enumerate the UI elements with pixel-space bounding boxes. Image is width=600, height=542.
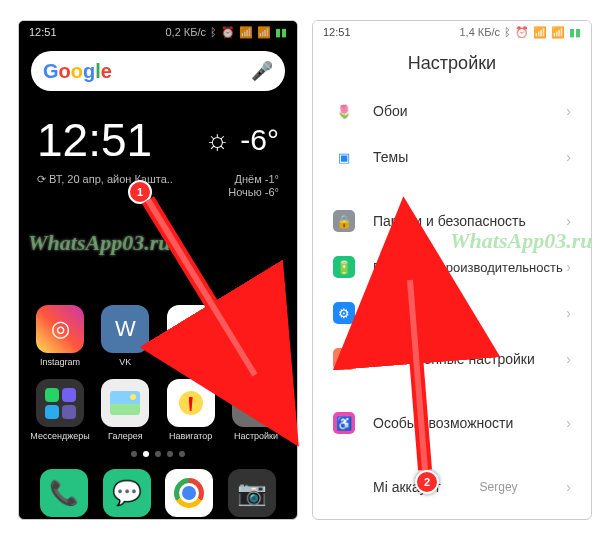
bluetooth-icon: ᛒ (504, 26, 511, 38)
sb-icons: 0,2 КБ/с ᛒ ⏰ 📶 📶 ▮▮ (165, 26, 287, 39)
sb-time: 12:51 (29, 26, 57, 38)
wifi-icon: 📶 (257, 26, 271, 39)
apps-icon: ⚙ (333, 302, 355, 324)
bluetooth-icon: ᛒ (210, 26, 217, 38)
chevron-right-icon: › (566, 415, 571, 431)
chevron-right-icon: › (566, 149, 571, 165)
sb-net: 1,4 КБ/с (459, 26, 500, 38)
wallpaper-icon: 🌷 (333, 100, 355, 122)
mic-icon[interactable]: 🎤 (251, 60, 273, 82)
signal-icon: 📶 (239, 26, 253, 39)
sb-time: 12:51 (323, 26, 351, 38)
settings-item-apps[interactable]: ⚙ Приложения › (313, 290, 591, 336)
settings-icon: ⚙ (232, 379, 280, 427)
accessibility-icon: ♿ (333, 412, 355, 434)
mi-icon: mi (333, 476, 355, 498)
sb-net: 0,2 КБ/с (165, 26, 206, 38)
settings-list: Настройки 🌷 Обои › ▣ Темы › 🔒 Пароли и б… (313, 43, 591, 519)
chevron-right-icon: › (566, 305, 571, 321)
statusbar-left: 12:51 0,2 КБ/с ᛒ ⏰ 📶 📶 ▮▮ (19, 21, 297, 43)
home-screen: Google 🎤 12:51 ☼ -6° ⟳ ВТ, 20 апр, айон … (19, 51, 297, 520)
settings-title: Настройки (313, 43, 591, 88)
instagram-icon: ◎ (36, 305, 84, 353)
gallery-icon (101, 379, 149, 427)
statusbar-right: 12:51 1,4 КБ/с ᛒ ⏰ 📶 📶 ▮▮ (313, 21, 591, 43)
battery-icon: 🔋 (333, 256, 355, 278)
day-night-temps: Днём -1° Ночью -6° (228, 173, 279, 199)
settings-item-advanced[interactable]: ⋯ Расширенные настройки › (313, 336, 591, 382)
advanced-icon: ⋯ (333, 348, 355, 370)
widget-temp-block: ☼ -6° (205, 123, 279, 157)
settings-item-google[interactable]: G Google › (313, 510, 591, 519)
app-navigator[interactable]: Навигатор (162, 379, 220, 441)
dock-phone[interactable]: 📞 (40, 469, 88, 517)
chevron-right-icon: › (566, 479, 571, 495)
app-youtube[interactable]: ▶ YouTube (162, 305, 220, 367)
widget-time: 12:51 (37, 113, 152, 167)
app-instagram[interactable]: ◎ Instagram (31, 305, 89, 367)
settings-item-accessibility[interactable]: ♿ Особые возможности › (313, 400, 591, 446)
settings-item-battery[interactable]: 🔋 Питание и производительность › (313, 244, 591, 290)
wifi-icon: 📶 (551, 26, 565, 39)
themes-icon: ▣ (333, 146, 355, 168)
refresh-icon: ⟳ (37, 173, 49, 185)
navigator-icon (167, 379, 215, 427)
dock-messages[interactable]: 💬 (103, 469, 151, 517)
phone-settings: 12:51 1,4 КБ/с ᛒ ⏰ 📶 📶 ▮▮ Настройки 🌷 Об… (312, 20, 592, 520)
date-row: ⟳ ВТ, 20 апр, айон Кашта.. Днём -1° Ночь… (19, 171, 297, 211)
temperature: -6° (240, 123, 279, 157)
signal-icon: 📶 (533, 26, 547, 39)
sun-icon: ☼ (205, 124, 231, 156)
google-search-bar[interactable]: Google 🎤 (31, 51, 285, 91)
sb-icons: 1,4 КБ/с ᛒ ⏰ 📶 📶 ▮▮ (459, 26, 581, 39)
chevron-right-icon: › (566, 213, 571, 229)
battery-icon: ▮▮ (569, 26, 581, 39)
google-logo: Google (43, 60, 112, 83)
page-indicator[interactable] (31, 451, 285, 457)
dock-chrome[interactable] (165, 469, 213, 517)
app-messengers-folder[interactable]: Мессенджеры (31, 379, 89, 441)
lock-icon: 🔒 (333, 210, 355, 232)
app-vk[interactable]: W VK (96, 305, 154, 367)
mi-account-value: Sergey (480, 480, 518, 494)
vk-icon: W (101, 305, 149, 353)
settings-item-themes[interactable]: ▣ Темы › (313, 134, 591, 180)
date-text: ⟳ ВТ, 20 апр, айон Кашта.. (37, 173, 173, 199)
alarm-icon: ⏰ (221, 26, 235, 39)
chevron-right-icon: › (566, 103, 571, 119)
settings-item-security[interactable]: 🔒 Пароли и безопасность › (313, 198, 591, 244)
phone-home: 12:51 0,2 КБ/с ᛒ ⏰ 📶 📶 ▮▮ Google 🎤 12:51… (18, 20, 298, 520)
app-gallery[interactable]: Галерея (96, 379, 154, 441)
battery-icon: ▮▮ (275, 26, 287, 39)
app-grid: ◎ Instagram W VK ▶ YouTube M Gmail (19, 305, 297, 457)
settings-item-wallpaper[interactable]: 🌷 Обои › (313, 88, 591, 134)
settings-item-mi-account[interactable]: mi Mi аккаунт Sergey › (313, 464, 591, 510)
app-gmail[interactable]: M Gmail (227, 305, 285, 367)
alarm-icon: ⏰ (515, 26, 529, 39)
dock-camera[interactable]: 📷 (228, 469, 276, 517)
gmail-icon: M (232, 305, 280, 353)
dock: 📞 💬 📷 (19, 469, 297, 517)
app-settings[interactable]: ⚙ Настройки (227, 379, 285, 441)
chevron-right-icon: › (566, 351, 571, 367)
weather-widget[interactable]: 12:51 ☼ -6° (19, 99, 297, 171)
youtube-icon: ▶ (167, 305, 215, 353)
folder-icon (36, 379, 84, 427)
chevron-right-icon: › (566, 259, 571, 275)
